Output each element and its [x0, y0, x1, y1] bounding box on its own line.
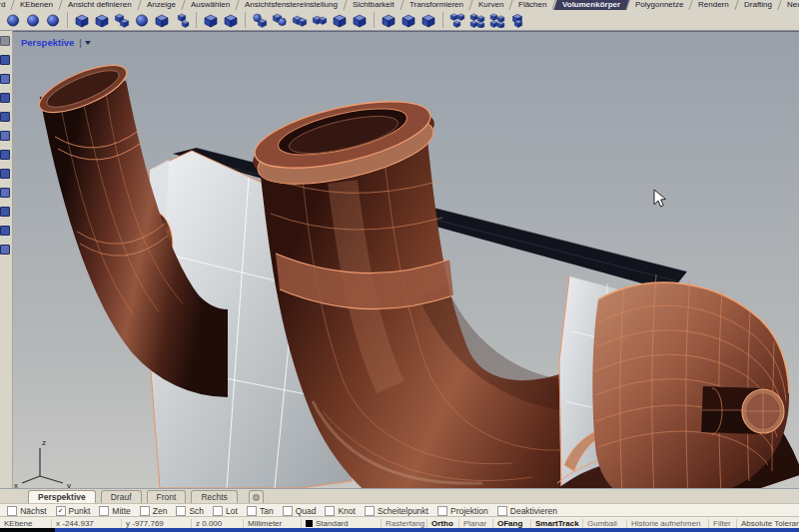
tab-flaechen[interactable]: Flächen — [509, 0, 556, 10]
tube-icon[interactable] — [44, 11, 62, 29]
tab-transformieren[interactable]: Transformieren — [400, 0, 472, 10]
units-readout[interactable]: Millimeter — [244, 519, 302, 528]
array-cubes-icon[interactable] — [448, 11, 466, 29]
osnap-punkt[interactable]: Punkt — [56, 506, 91, 516]
box-icon[interactable] — [73, 11, 91, 29]
checkbox-checked-icon[interactable] — [56, 506, 66, 516]
grid-cubes-icon[interactable] — [468, 11, 486, 29]
viewport-tab-perspektive[interactable]: Perspektive — [28, 490, 96, 503]
osnap-knot[interactable]: Knot — [325, 506, 356, 516]
tab-drafting[interactable]: Drafting — [735, 0, 781, 10]
osnap-mitte[interactable]: Mitte — [99, 506, 130, 516]
osnap-quad[interactable]: Quad — [283, 506, 317, 516]
osnap-sch[interactable]: Sch — [176, 506, 204, 516]
smarttrack-toggle[interactable]: SmartTrack — [531, 519, 583, 528]
coord-z-readout: z 0.000 — [192, 519, 244, 528]
viewport-tab-rechts[interactable]: Rechts — [191, 490, 237, 503]
tab-polygonnetze[interactable]: Polygonnetze — [626, 0, 693, 10]
layer-pane[interactable]: Standard — [302, 519, 382, 528]
checkbox-icon[interactable] — [437, 506, 447, 516]
solid-cube-dark-icon[interactable] — [222, 11, 240, 29]
viewport-tab-drauf[interactable]: Drauf — [101, 490, 142, 503]
checkbox-icon[interactable] — [213, 506, 223, 516]
cap-holes-icon[interactable] — [331, 11, 349, 29]
boolean-split-icon[interactable] — [311, 11, 329, 29]
side-tool-icon[interactable] — [0, 55, 10, 65]
side-tool-icon[interactable] — [0, 169, 10, 179]
taskbar-strip — [0, 528, 799, 532]
osnap-zen[interactable]: Zen — [140, 506, 168, 516]
boolean-union-icon[interactable] — [251, 11, 269, 29]
tab-ansicht-definieren[interactable]: Ansicht definieren — [60, 0, 142, 10]
side-tool-icon[interactable] — [0, 112, 10, 122]
filter-toggle[interactable]: Filter — [709, 519, 737, 528]
tab-rendern[interactable]: Rendern — [690, 0, 739, 10]
boolean-difference-icon[interactable] — [271, 11, 289, 29]
side-tool-icon[interactable] — [0, 226, 10, 236]
checkbox-icon[interactable] — [365, 506, 375, 516]
extract-surface-icon[interactable] — [351, 11, 369, 29]
tab-neu-in-v5[interactable]: Neu in V5 — [778, 0, 799, 10]
tab-sichtbarkeit[interactable]: Sichtbarkeit — [344, 0, 403, 10]
pattern-cubes-icon[interactable] — [488, 11, 506, 29]
viewport-tab-front[interactable]: Front — [147, 490, 187, 503]
tolerance-readout: Absolute Toleranz: 0.05 — [737, 519, 799, 528]
ofang-toggle[interactable]: OFang — [493, 519, 531, 528]
historie-toggle[interactable]: Historie aufnehmen — [627, 519, 709, 528]
gumball-toggle[interactable]: Gumball — [583, 519, 627, 528]
checkbox-icon[interactable] — [176, 506, 186, 516]
tab-kebenen[interactable]: KEbenen — [12, 0, 63, 10]
checkbox-icon[interactable] — [7, 506, 17, 516]
checkbox-icon[interactable] — [325, 506, 335, 516]
viewport-menu-arrow-icon[interactable] — [85, 41, 91, 45]
ellipsoid-icon[interactable] — [133, 11, 151, 29]
osnap-bar: End Nächst Punkt Mitte Zen Sch Lot Tan Q… — [0, 503, 799, 517]
cplane-button[interactable]: KEbene — [0, 519, 52, 528]
solid-cube-icon[interactable] — [202, 11, 220, 29]
checkbox-icon[interactable] — [247, 506, 257, 516]
side-tool-icon[interactable] — [0, 150, 10, 160]
osnap-lot[interactable]: Lot — [213, 506, 238, 516]
side-tool-icon[interactable] — [0, 207, 10, 217]
checkbox-icon[interactable] — [140, 506, 150, 516]
rasterfang-toggle[interactable]: Rasterfang — [382, 519, 427, 528]
checkbox-icon[interactable] — [99, 506, 109, 516]
box-rotate-icon[interactable] — [93, 11, 111, 29]
coord-x-readout: x -244.937 — [52, 519, 122, 528]
sphere-icon[interactable] — [4, 11, 22, 29]
torus-icon[interactable] — [24, 11, 42, 29]
mini-cubes-icon[interactable] — [173, 11, 191, 29]
tab-kurven[interactable]: Kurven — [469, 0, 513, 10]
side-tool-icon[interactable] — [0, 36, 10, 46]
fillet-edge-icon[interactable] — [380, 11, 398, 29]
side-toolbar — [0, 31, 13, 488]
shell-icon[interactable] — [419, 11, 437, 29]
osnap-tan[interactable]: Tan — [247, 506, 274, 516]
osnap-naechst[interactable]: Nächst — [7, 506, 46, 516]
tab-ansichtsfenstereinstellung[interactable]: Ansichtsfenstereinstellung — [236, 0, 347, 10]
tab-volumenkoerper[interactable]: Volumenkörper — [553, 0, 629, 10]
stack-cubes-icon[interactable] — [508, 11, 526, 29]
perspective-viewport[interactable]: Perspektive | — [13, 31, 799, 489]
add-viewport-tab-button[interactable]: + — [249, 490, 264, 503]
side-tool-icon[interactable] — [0, 188, 10, 198]
osnap-projektion[interactable]: Projektion — [437, 506, 488, 516]
tab-anzeige[interactable]: Anzeige — [138, 0, 185, 10]
viewport-canvas[interactable]: z x y — [13, 32, 799, 489]
viewport-title[interactable]: Perspektive | — [21, 37, 91, 48]
edge-cube-icon[interactable] — [400, 11, 417, 29]
cube-icon[interactable] — [153, 11, 171, 29]
checkbox-icon[interactable] — [283, 506, 293, 516]
ortho-toggle[interactable]: Ortho — [427, 519, 459, 528]
checkbox-icon[interactable] — [497, 506, 507, 516]
planar-toggle[interactable]: Planar — [459, 519, 493, 528]
osnap-scheitelpunkt[interactable]: Scheitelpunkt — [365, 506, 428, 516]
boolean-intersection-icon[interactable] — [291, 11, 309, 29]
side-tool-icon[interactable] — [0, 93, 10, 103]
side-tool-icon[interactable] — [0, 74, 10, 84]
boxes-icon[interactable] — [113, 11, 131, 29]
side-tool-icon[interactable] — [0, 131, 10, 141]
side-tool-icon[interactable] — [0, 245, 10, 255]
tab-auswaehlen[interactable]: Auswählen — [182, 0, 239, 10]
osnap-deaktivieren[interactable]: Deaktivieren — [497, 506, 557, 516]
